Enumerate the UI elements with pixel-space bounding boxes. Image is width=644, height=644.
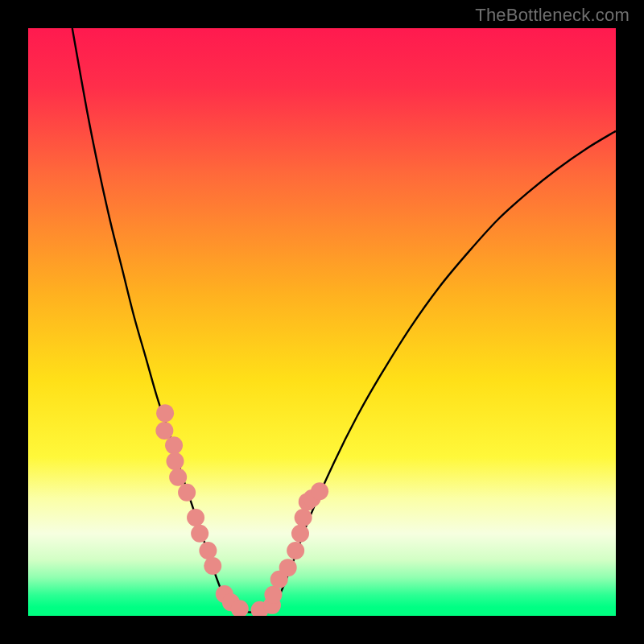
marker-cluster-right <box>251 482 328 616</box>
data-marker <box>295 509 312 526</box>
data-marker <box>156 404 174 422</box>
data-marker <box>264 586 282 604</box>
data-marker <box>187 509 204 526</box>
data-marker <box>291 525 309 543</box>
data-marker <box>287 542 304 559</box>
chart-container: TheBottleneck.com <box>0 0 644 644</box>
data-marker <box>204 557 221 575</box>
left-curve <box>72 28 230 607</box>
data-marker <box>155 422 173 440</box>
data-marker <box>199 542 217 559</box>
data-marker <box>311 482 328 500</box>
data-marker <box>279 559 297 576</box>
right-curve <box>273 131 616 607</box>
plot-area <box>28 28 616 616</box>
data-marker <box>169 469 187 486</box>
data-marker <box>191 525 208 543</box>
watermark-text: TheBottleneck.com <box>475 5 630 26</box>
marker-cluster-left <box>155 404 248 616</box>
data-marker <box>165 436 183 454</box>
data-marker <box>167 452 184 470</box>
data-marker <box>178 484 196 502</box>
curves-layer <box>28 28 616 616</box>
